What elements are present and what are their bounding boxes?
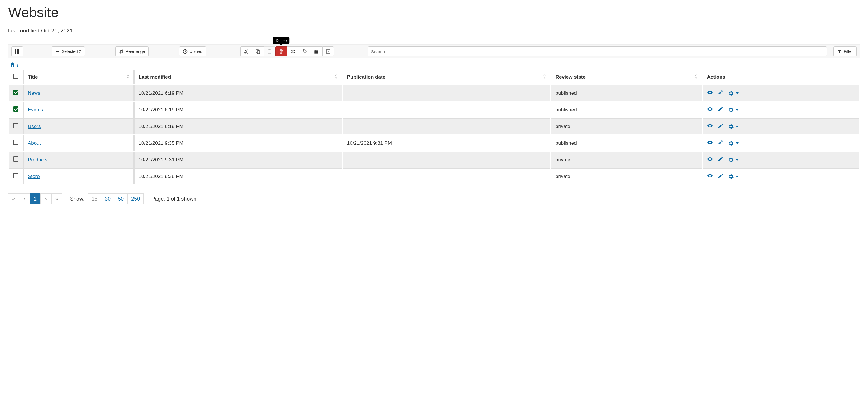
sort-icon [334,74,338,80]
grid-icon [15,49,20,54]
delete-tooltip: Delete [273,37,290,44]
svg-rect-4 [17,51,18,52]
settings-dropdown[interactable] [728,90,739,96]
upload-icon [183,49,188,54]
row-title-link[interactable]: Users [28,124,41,129]
header-title[interactable]: Title [23,70,134,84]
home-icon[interactable] [9,62,15,68]
rename-button[interactable] [322,46,334,57]
svg-rect-5 [18,51,19,52]
search-input[interactable] [368,46,827,57]
delete-button[interactable] [275,46,287,57]
edit-icon[interactable] [718,106,723,113]
header-select-all[interactable] [9,70,23,84]
row-title-link[interactable]: About [28,140,41,146]
edit-icon[interactable] [718,139,723,147]
page-last[interactable]: » [51,193,62,204]
row-review-state: published [551,102,702,118]
row-title-link[interactable]: Products [28,157,48,163]
row-title-link[interactable]: Events [28,107,43,112]
view-icon[interactable] [707,139,713,147]
settings-dropdown[interactable] [728,174,739,179]
shuffle-icon [290,49,295,54]
settings-dropdown[interactable] [728,107,739,113]
footer: « ‹ 1 › » Show: 153050250 Page: 1 of 1 s… [8,193,860,204]
selected-label: Selected 2 [62,49,81,54]
table-row: Users10/21/2021 6:19 PMprivate [9,118,859,135]
edit-icon[interactable] [718,156,723,164]
row-publication-date: 10/21/2021 9:31 PM [343,135,551,151]
rearrange-button[interactable]: Rearrange [115,46,149,57]
row-checkbox[interactable] [13,157,19,162]
page-info: Page: 1 of 1 shown [151,196,196,202]
rearrange-label: Rearrange [126,49,145,54]
filter-button[interactable]: Filter [834,46,857,57]
workflow-button[interactable] [287,46,299,57]
row-checkbox[interactable] [13,140,19,145]
pagination: « ‹ 1 › » [8,193,62,204]
filter-icon [837,49,842,54]
tags-button[interactable] [299,46,310,57]
page-first[interactable]: « [8,193,19,204]
settings-dropdown[interactable] [728,140,739,146]
row-checkbox[interactable] [13,106,19,112]
sort-icon [694,74,698,80]
row-checkbox[interactable] [13,173,19,178]
row-review-state: published [551,85,702,101]
row-review-state: private [551,168,702,184]
header-last-modified[interactable]: Last modified [134,70,342,84]
row-title-link[interactable]: Store [28,174,40,179]
cut-button[interactable] [240,46,252,57]
row-checkbox[interactable] [13,123,19,128]
upload-button[interactable]: Upload [179,46,206,57]
settings-dropdown[interactable] [728,124,739,130]
breadcrumb-root[interactable]: / [17,61,19,68]
svg-rect-7 [17,52,18,54]
content-table: Title Last modified Publication date Rev… [8,69,860,185]
svg-rect-2 [18,49,19,50]
row-last-modified: 10/21/2021 6:19 PM [134,102,342,118]
filter-label: Filter [844,49,853,54]
properties-button[interactable] [310,46,322,57]
paste-button[interactable] [264,46,275,57]
copy-icon [255,49,260,54]
edit-icon[interactable] [718,173,723,180]
row-publication-date [343,152,551,168]
display-mode-button[interactable] [11,46,23,57]
sort-icon [542,74,547,80]
header-actions: Actions [703,70,859,84]
page-current[interactable]: 1 [30,193,41,204]
table-row: News10/21/2021 6:19 PMpublished [9,85,859,101]
svg-rect-15 [269,49,271,50]
row-last-modified: 10/21/2021 6:19 PM [134,118,342,135]
header-publication-date[interactable]: Publication date [343,70,551,84]
view-icon[interactable] [707,106,713,113]
view-icon[interactable] [707,123,713,130]
view-icon[interactable] [707,173,713,180]
view-icon[interactable] [707,156,713,164]
page-title: Website [8,4,860,21]
action-group: Delete [240,46,334,57]
settings-dropdown[interactable] [728,157,739,163]
list-icon [55,49,60,54]
row-review-state: private [551,118,702,135]
page-size-option[interactable]: 30 [101,193,115,204]
page-size-option[interactable]: 50 [114,193,128,204]
page-next[interactable]: › [40,193,52,204]
table-row: Events10/21/2021 6:19 PMpublished [9,102,859,118]
page-size-option[interactable]: 250 [127,193,144,204]
edit-icon[interactable] [718,90,723,97]
row-title-link[interactable]: News [28,90,40,96]
svg-rect-0 [15,49,17,50]
page-size-option[interactable]: 15 [88,193,101,204]
row-publication-date [343,118,551,135]
scissors-icon [244,49,248,54]
edit-icon[interactable] [718,123,723,130]
selected-button[interactable]: Selected 2 [52,46,85,57]
page-prev[interactable]: ‹ [19,193,30,204]
header-review-state[interactable]: Review state [551,70,702,84]
copy-button[interactable] [252,46,264,57]
show-label: Show: [70,196,85,202]
view-icon[interactable] [707,90,713,97]
row-checkbox[interactable] [13,90,19,95]
